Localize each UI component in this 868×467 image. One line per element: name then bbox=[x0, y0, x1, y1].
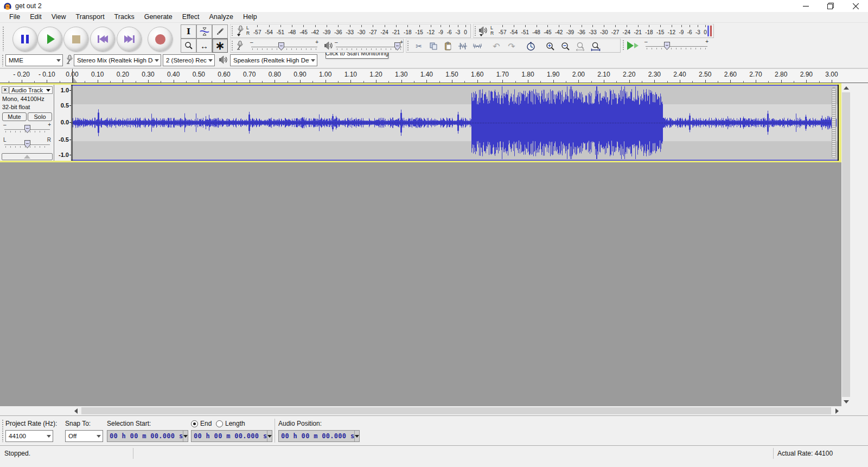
playback-speed-slider[interactable]: – + bbox=[644, 40, 709, 52]
recording-device-select[interactable]: Stereo Mix (Realtek High Defi bbox=[74, 54, 161, 66]
close-button[interactable] bbox=[843, 0, 868, 12]
silence-audio-button[interactable] bbox=[470, 40, 484, 53]
menu-item[interactable]: Generate bbox=[139, 12, 177, 22]
recording-meter-gripper[interactable] bbox=[231, 26, 234, 36]
minimize-button[interactable] bbox=[793, 0, 818, 12]
time-format-dropdown[interactable] bbox=[354, 431, 359, 441]
snap-to-select[interactable]: Off bbox=[65, 430, 103, 442]
project-rate-select[interactable]: 44100 bbox=[5, 430, 53, 442]
track-close-button[interactable]: × bbox=[2, 86, 9, 93]
scroll-up-button[interactable] bbox=[841, 83, 851, 92]
draw-tool-button[interactable] bbox=[212, 24, 228, 39]
track-pan-slider[interactable]: L R bbox=[3, 138, 51, 151]
selection-end-field[interactable]: 00 h 00 m 00.000 s bbox=[191, 430, 272, 442]
track-collapse-button[interactable] bbox=[2, 153, 53, 160]
audio-host-select[interactable]: MME bbox=[5, 54, 63, 66]
envelope-tool-button[interactable] bbox=[196, 24, 212, 39]
time-shift-tool-button[interactable]: ↔ bbox=[196, 39, 212, 53]
horizontal-scrollbar-thumb[interactable] bbox=[81, 407, 831, 414]
playback-volume-slider[interactable]: – + bbox=[335, 40, 403, 52]
mixer-gripper[interactable] bbox=[231, 40, 234, 51]
selection-start-field[interactable]: 00 h 00 m 00.000 s bbox=[107, 430, 188, 442]
recording-channels-select[interactable]: 2 (Stereo) Record bbox=[163, 54, 215, 66]
project-rate-value: 44100 bbox=[6, 433, 45, 439]
zoom-in-button[interactable] bbox=[543, 40, 557, 53]
skip-to-end-button[interactable] bbox=[117, 27, 142, 52]
paste-button[interactable] bbox=[441, 40, 455, 53]
play-at-speed-button[interactable] bbox=[627, 40, 640, 52]
waveform-canvas[interactable] bbox=[72, 86, 837, 160]
recording-volume-slider[interactable]: – + bbox=[250, 40, 318, 52]
playback-meter-gripper[interactable] bbox=[474, 26, 477, 36]
selection-start-label: Selection Start: bbox=[107, 420, 151, 427]
fit-project-button[interactable] bbox=[589, 40, 603, 53]
sync-lock-button[interactable] bbox=[524, 40, 538, 53]
scroll-left-button[interactable] bbox=[71, 406, 80, 415]
record-button[interactable] bbox=[148, 27, 173, 52]
scroll-right-button[interactable] bbox=[832, 406, 841, 415]
speed-gripper[interactable] bbox=[622, 40, 625, 51]
pause-button[interactable] bbox=[12, 27, 37, 52]
amplitude-scale-label: 1.0 bbox=[61, 87, 69, 93]
timeline-label: - 0.10 bbox=[39, 71, 55, 78]
horizontal-scrollbar[interactable] bbox=[0, 406, 868, 415]
timeline-minor-tick bbox=[591, 81, 592, 83]
stop-button[interactable] bbox=[63, 27, 88, 52]
time-format-dropdown[interactable] bbox=[267, 431, 272, 441]
chevron-down-icon bbox=[95, 435, 103, 438]
scroll-down-button[interactable] bbox=[841, 397, 851, 406]
timeline-label: 2.10 bbox=[597, 71, 610, 78]
edit-gripper[interactable] bbox=[407, 40, 410, 51]
restore-button[interactable] bbox=[818, 0, 843, 12]
timeline-minor-tick bbox=[642, 81, 642, 83]
cut-button[interactable]: ✂ bbox=[412, 40, 426, 53]
timeline-tick bbox=[300, 80, 301, 83]
transport-gripper[interactable] bbox=[2, 26, 5, 51]
menu-item[interactable]: Tracks bbox=[110, 12, 139, 22]
track-gain-slider[interactable]: – + bbox=[3, 123, 51, 136]
slider-minus-label: – bbox=[250, 39, 253, 45]
track-vertical-ruler[interactable]: 1.00.50.0-0.5-1.0 bbox=[54, 85, 72, 161]
audio-position-field[interactable]: 00 h 00 m 00.000 s bbox=[278, 430, 360, 442]
copy-button[interactable] bbox=[426, 40, 441, 53]
playback-meter-dropdown-icon[interactable] bbox=[480, 34, 483, 36]
fit-selection-button[interactable] bbox=[573, 40, 588, 53]
selection-toolbar-gripper[interactable] bbox=[2, 419, 4, 442]
menu-item[interactable]: Help bbox=[238, 12, 262, 22]
menu-item[interactable]: View bbox=[47, 12, 71, 22]
track-area[interactable]: × Audio Track Mono, 44100Hz 32-bit float… bbox=[0, 83, 841, 406]
radio-icon bbox=[191, 420, 198, 427]
vertical-scrollbar[interactable] bbox=[841, 83, 851, 406]
redo-button[interactable]: ↷ bbox=[505, 40, 519, 53]
playback-meter[interactable]: L R -57-54-51-48-45-42-39-36-33-30-27-24… bbox=[473, 24, 714, 38]
skip-to-start-button[interactable] bbox=[90, 27, 115, 52]
track-title-dropdown[interactable]: Audio Track bbox=[9, 86, 53, 94]
length-radio[interactable]: Length bbox=[216, 420, 245, 427]
solo-button[interactable]: Solo bbox=[28, 112, 52, 121]
time-format-dropdown[interactable] bbox=[183, 431, 188, 441]
menu-item[interactable]: Transport bbox=[71, 12, 110, 22]
play-button[interactable] bbox=[37, 27, 62, 52]
menu-item[interactable]: File bbox=[4, 12, 25, 22]
timeline-tick bbox=[22, 80, 22, 83]
end-radio[interactable]: End bbox=[191, 420, 212, 427]
undo-button[interactable]: ↶ bbox=[489, 40, 503, 53]
meter-scale-number: -18 bbox=[645, 24, 653, 37]
menu-item[interactable]: Analyze bbox=[205, 12, 238, 22]
playback-device-select[interactable]: Speakers (Realtek High Defin bbox=[230, 54, 317, 66]
trim-audio-button[interactable] bbox=[456, 40, 470, 53]
zoom-tool-button[interactable] bbox=[181, 39, 196, 53]
zoom-out-button[interactable] bbox=[558, 40, 572, 53]
recording-meter[interactable]: L R -57-54-51-48-45-42-39-36-33-30-27-24… bbox=[230, 24, 471, 38]
menu-item[interactable]: Effect bbox=[177, 12, 205, 22]
multi-tool-button[interactable]: ∗ bbox=[212, 39, 228, 53]
track-resize-gripper[interactable] bbox=[832, 87, 836, 158]
waveform-display[interactable] bbox=[72, 85, 839, 161]
mute-button[interactable]: Mute bbox=[2, 112, 27, 121]
timeline-ruler[interactable]: - 0.20- 0.100.000.100.200.300.400.500.60… bbox=[0, 68, 868, 83]
device-gripper[interactable] bbox=[2, 54, 4, 66]
selection-tool-button[interactable]: I bbox=[181, 24, 196, 39]
vertical-scrollbar-thumb[interactable] bbox=[842, 92, 850, 397]
menu-item[interactable]: Edit bbox=[25, 12, 47, 22]
recording-meter-dropdown-icon[interactable] bbox=[237, 34, 240, 36]
